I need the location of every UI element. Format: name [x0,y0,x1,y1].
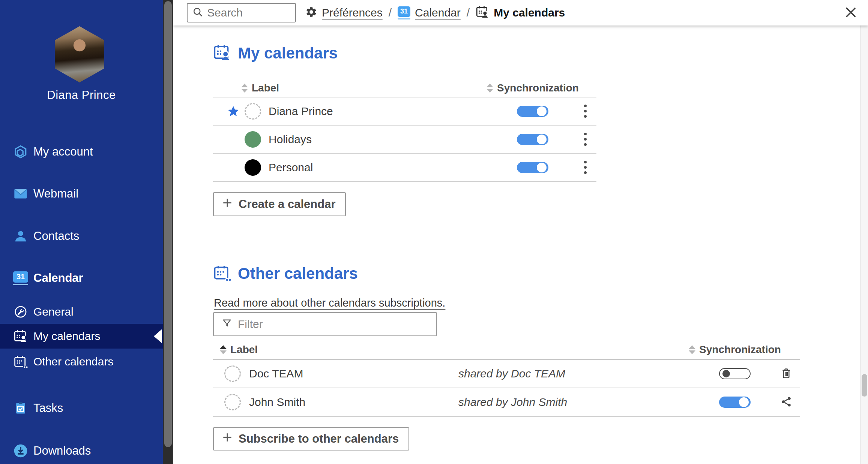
sidebar-item-label: My account [33,145,93,159]
table-row[interactable]: Doc TEAM shared by Doc TEAM [213,360,800,388]
sync-toggle[interactable] [719,368,751,379]
calendar-color-swatch[interactable] [224,365,241,382]
create-calendar-button[interactable]: Create a calendar [213,192,346,216]
sort-icon [689,345,695,354]
calendar-name: Doc TEAM [249,367,303,380]
page-title: My calendars [238,44,338,62]
my-calendars-table: Label Synchronization Diana Prince [213,79,596,182]
search-input[interactable] [207,6,291,19]
breadcrumb-current: My calendars [476,5,565,20]
delete-calendar-button[interactable] [778,365,795,383]
breadcrumb-calendar-link[interactable]: Calendar [415,6,461,19]
plus-icon [221,197,233,212]
sync-toggle[interactable] [719,397,751,408]
default-calendar-star-icon [227,105,242,118]
my-calendars-icon [213,43,231,63]
sidebar-item-label: My calendars [33,330,100,343]
trash-icon [780,367,793,381]
sidebar-item-downloads[interactable]: Downloads [0,439,163,463]
breadcrumb-preferences-link[interactable]: Préférences [322,6,383,19]
breadcrumb-preferences[interactable]: Préférences [305,6,383,19]
sync-toggle[interactable] [517,162,548,173]
shared-by-label: shared by Doc TEAM [458,367,697,380]
sidebar-item-my-calendars[interactable]: My calendars [0,324,163,349]
calendar-name: John Smith [249,396,305,409]
column-header-synchronization[interactable]: Synchronization [491,82,574,94]
my-calendars-section-header: My calendars [213,43,338,63]
plus-icon [221,431,233,446]
table-row[interactable]: Personal [213,154,596,182]
sidebar-item-label: Contacts [33,229,79,243]
sidebar-item-label: General [33,305,74,318]
share-calendar-button[interactable] [778,393,795,412]
sidebar: Diana Prince My account Webmail Contacts… [0,0,163,464]
filter-box[interactable] [213,312,437,336]
sidebar-item-my-account[interactable]: My account [0,139,163,164]
table-header: Label Synchronization [213,340,800,360]
other-calendars-icon [213,264,231,283]
sidebar-item-label: Tasks [33,401,63,415]
content: My calendars Label Synchronization [173,25,868,464]
table-header: Label Synchronization [213,79,596,97]
sidebar-item-tasks[interactable]: Tasks [0,396,163,421]
breadcrumb-calendar[interactable]: 31 Calendar [398,6,461,19]
sidebar-item-other-calendars[interactable]: Other calendars [0,349,163,374]
row-menu-button[interactable] [582,102,589,120]
column-header-synchronization[interactable]: Synchronization [697,344,772,356]
calendar-dots-icon [13,354,28,369]
wrench-circle-icon [13,304,28,319]
sidebar-item-label: Other calendars [33,355,113,368]
calendar-color-swatch[interactable] [245,159,261,176]
filter-input[interactable] [238,318,430,331]
search-box[interactable] [187,3,296,22]
other-calendars-section-header: Other calendars [213,264,358,283]
table-row[interactable]: Diana Prince [213,97,596,126]
read-more-link[interactable]: Read more about other calendars subscrip… [214,297,445,309]
calendar-person-icon [476,5,489,20]
sync-toggle[interactable] [517,134,548,145]
sidebar-item-webmail[interactable]: Webmail [0,181,163,206]
sidebar-item-general[interactable]: General [0,299,163,324]
person-icon [13,229,28,244]
sidebar-item-contacts[interactable]: Contacts [0,224,163,248]
calendar-color-swatch[interactable] [245,103,261,120]
sort-icon [220,345,227,354]
sort-icon [241,84,248,93]
app-window: Diana Prince My account Webmail Contacts… [0,0,868,464]
envelope-icon [13,186,28,201]
close-icon [844,5,858,21]
sidebar-scrollbar[interactable] [163,0,173,464]
other-calendars-table: Label Synchronization Doc TEAM shared by… [213,340,800,417]
content-scrollbar-thumb[interactable] [862,374,867,397]
clipboard-check-icon [13,401,28,416]
calendar-color-swatch[interactable] [224,394,241,410]
calendar-person-icon [13,329,28,344]
column-header-label[interactable]: Label [241,82,491,94]
topbar: Préférences / 31 Calendar / My calendars [173,0,868,25]
subscribe-other-calendars-button[interactable]: Subscribe to other calendars [213,427,409,451]
sync-toggle[interactable] [517,106,548,117]
calendar-name: Holidays [269,133,312,146]
gear-icon [305,6,317,19]
column-header-label[interactable]: Label [220,344,697,356]
breadcrumb-separator: / [467,6,470,19]
content-scrollbar[interactable] [860,25,868,464]
sidebar-item-calendar[interactable]: 31 Calendar [0,266,163,290]
shared-by-label: shared by John Smith [458,396,697,409]
calendar-color-swatch[interactable] [245,131,261,148]
sidebar-item-label: Webmail [33,187,78,201]
share-icon [780,395,793,409]
avatar[interactable] [55,26,104,82]
close-button[interactable] [843,5,858,20]
row-menu-button[interactable] [582,130,589,148]
table-row[interactable]: John Smith shared by John Smith [213,388,800,417]
section-title: Other calendars [238,265,358,283]
sidebar-scrollbar-thumb[interactable] [164,1,172,447]
calendar-31-icon: 31 [13,271,28,286]
calendar-name: Personal [269,161,313,174]
row-menu-button[interactable] [582,159,589,176]
sogo-logo-icon [13,144,28,159]
table-row[interactable]: Holidays [213,126,596,154]
search-icon [192,6,203,19]
breadcrumb: Préférences / 31 Calendar / My calendars [305,0,565,25]
